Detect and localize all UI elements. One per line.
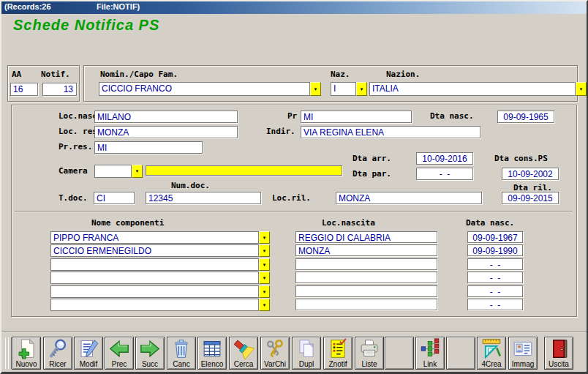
ricer-button[interactable]: Ricer xyxy=(43,337,72,370)
members-data-header: Data nasc. xyxy=(466,219,514,227)
succ-button[interactable]: Succ xyxy=(135,337,165,370)
num-doc-field[interactable]: 12345 xyxy=(146,192,261,204)
toolbar-button-label: VarChi xyxy=(264,359,286,369)
member-name-value[interactable] xyxy=(50,272,259,284)
dta-nasc-field[interactable]: 09-09-1965 xyxy=(497,111,554,123)
toolbar-button-label: Modif xyxy=(80,359,97,369)
canc-button[interactable]: Canc xyxy=(167,337,196,370)
cerca-button[interactable]: Cerca xyxy=(229,337,258,370)
page-title: Schede Notifica PS xyxy=(13,17,159,34)
loc-res-field[interactable]: MONZA xyxy=(94,126,238,138)
dta-nasc-label: Dta nasc. xyxy=(430,112,474,120)
t-doc-field[interactable]: CI xyxy=(94,192,135,204)
dropdown-arrow-icon[interactable]: ▼ xyxy=(132,165,143,178)
naz-combo[interactable]: I ▼ xyxy=(331,82,367,96)
member-loc-field[interactable]: REGGIO DI CALABRIA xyxy=(295,231,437,243)
member-name-value[interactable] xyxy=(50,285,259,298)
toolbar-button-label: Link xyxy=(423,359,437,369)
member-name-combo[interactable]: ▼ xyxy=(50,258,270,271)
notif-field[interactable]: 13 xyxy=(42,83,77,96)
toolbar-button-label: Uscita xyxy=(549,359,569,369)
toolbar-button-label: Prec xyxy=(112,359,127,369)
notif-label: Notif. xyxy=(41,70,70,78)
toolbar-button-label: Dupl xyxy=(299,359,314,369)
dropdown-arrow-icon[interactable]: ▼ xyxy=(259,299,270,311)
dropdown-arrow-icon[interactable]: ▼ xyxy=(576,82,587,96)
member-name-value[interactable]: CICCIO ERMENEGILDO xyxy=(50,244,259,257)
varchi-button[interactable]: VarChi xyxy=(260,337,290,370)
member-date-field[interactable]: 09-09-1967 xyxy=(467,231,523,243)
elenco-button[interactable]: Elenco xyxy=(197,337,227,370)
member-date-field[interactable]: - - xyxy=(467,272,523,283)
pr-label: Pr xyxy=(287,112,297,120)
nazion-combo-value[interactable]: ITALIA xyxy=(369,82,576,96)
member-name-combo[interactable]: ▼ xyxy=(50,285,270,298)
member-loc-field[interactable]: MONZA xyxy=(295,244,437,256)
nazion-combo[interactable]: ITALIA ▼ xyxy=(369,82,587,96)
uscita-button[interactable]: Uscita xyxy=(544,337,573,370)
dta-arr-label: Dta arr. xyxy=(353,154,391,162)
indir-field[interactable]: VIA REGINA ELENA xyxy=(301,126,480,138)
dta-par-label: Dta par. xyxy=(353,170,391,178)
member-name-value[interactable] xyxy=(50,258,259,271)
pr-field[interactable]: MI xyxy=(301,111,412,123)
prec-button[interactable]: Prec xyxy=(105,337,134,370)
member-name-combo[interactable]: CICCIO ERMENEGILDO ▼ xyxy=(50,244,270,257)
member-name-combo[interactable]: PIPPO FRANCA ▼ xyxy=(50,231,270,244)
member-date-field[interactable]: 09-09-1990 xyxy=(467,244,523,256)
immag-button[interactable]: Immag xyxy=(508,337,538,370)
dta-ril-field[interactable]: 09-09-2015 xyxy=(502,192,559,204)
member-loc-field[interactable] xyxy=(295,272,437,283)
camera-highlight-field[interactable] xyxy=(146,165,342,176)
nomin-combo[interactable]: CICCIO FRANCO ▼ xyxy=(99,82,321,96)
dropdown-arrow-icon[interactable]: ▼ xyxy=(259,231,270,244)
dta-arr-field[interactable]: 10-09-2016 xyxy=(416,152,473,165)
pr-res-label: Pr.res. xyxy=(59,143,92,151)
toolbar-button-label: Ricer xyxy=(49,359,66,369)
naz-combo-value[interactable]: I xyxy=(331,82,356,96)
dropdown-arrow-icon[interactable]: ▼ xyxy=(259,285,270,298)
dta-par-field[interactable]: - - xyxy=(416,168,473,180)
toolbar-button-label: Znotif xyxy=(328,359,347,369)
aa-label: AA xyxy=(12,70,21,78)
member-loc-field[interactable] xyxy=(295,299,437,310)
title-bar[interactable]: (Records:26 File:NOTIF) xyxy=(1,1,587,14)
aa-field[interactable]: 16 xyxy=(10,83,38,96)
member-date-field[interactable]: - - xyxy=(467,258,523,270)
member-date-field[interactable]: - - xyxy=(467,285,523,297)
member-date-field[interactable]: - - xyxy=(467,299,523,310)
dropdown-arrow-icon[interactable]: ▼ xyxy=(259,244,270,257)
nomin-combo-value[interactable]: CICCIO FRANCO xyxy=(99,82,310,96)
section-divider xyxy=(15,211,573,212)
dropdown-arrow-icon[interactable]: ▼ xyxy=(356,82,367,96)
camera-combo[interactable]: ▼ xyxy=(94,165,143,178)
znotif-button[interactable]: Znotif xyxy=(323,337,353,370)
member-name-combo[interactable]: ▼ xyxy=(50,272,270,284)
liste-button[interactable]: Liste xyxy=(355,337,384,370)
dropdown-arrow-icon[interactable]: ▼ xyxy=(310,82,321,96)
toolbar-button-label: Canc xyxy=(173,359,189,369)
member-loc-field[interactable] xyxy=(295,285,437,297)
modif-button[interactable]: Modif xyxy=(74,337,103,370)
link-button[interactable]: Link xyxy=(415,337,445,370)
dta-cons-ps-label: Dta cons.PS xyxy=(494,154,548,162)
member-loc-field[interactable] xyxy=(295,258,437,270)
dropdown-arrow-icon[interactable]: ▼ xyxy=(259,272,270,284)
toolbar-button-label: Liste xyxy=(361,359,377,369)
loc-nasc-field[interactable]: MILANO xyxy=(94,111,238,123)
loc-ril-field[interactable]: MONZA xyxy=(336,192,482,204)
quattro-crea-button[interactable]: 4Crea xyxy=(477,337,506,370)
file-name: File:NOTIF) xyxy=(97,2,140,11)
camera-combo-value[interactable] xyxy=(94,165,132,178)
nuovo-button[interactable]: Nuovo xyxy=(12,337,41,370)
member-name-value[interactable] xyxy=(50,299,259,311)
dta-cons-ps-field[interactable]: 10-09-2002 xyxy=(502,168,559,180)
toolbar-empty-slot xyxy=(385,337,414,370)
member-name-combo[interactable]: ▼ xyxy=(50,299,270,311)
pr-res-field[interactable]: MI xyxy=(94,141,203,154)
app-window: (Records:26 File:NOTIF) Schede Notifica … xyxy=(0,0,588,374)
camera-label: Camera xyxy=(59,167,88,175)
dupl-button[interactable]: Dupl xyxy=(292,337,321,370)
member-name-value[interactable]: PIPPO FRANCA xyxy=(50,231,259,244)
dropdown-arrow-icon[interactable]: ▼ xyxy=(259,258,270,271)
